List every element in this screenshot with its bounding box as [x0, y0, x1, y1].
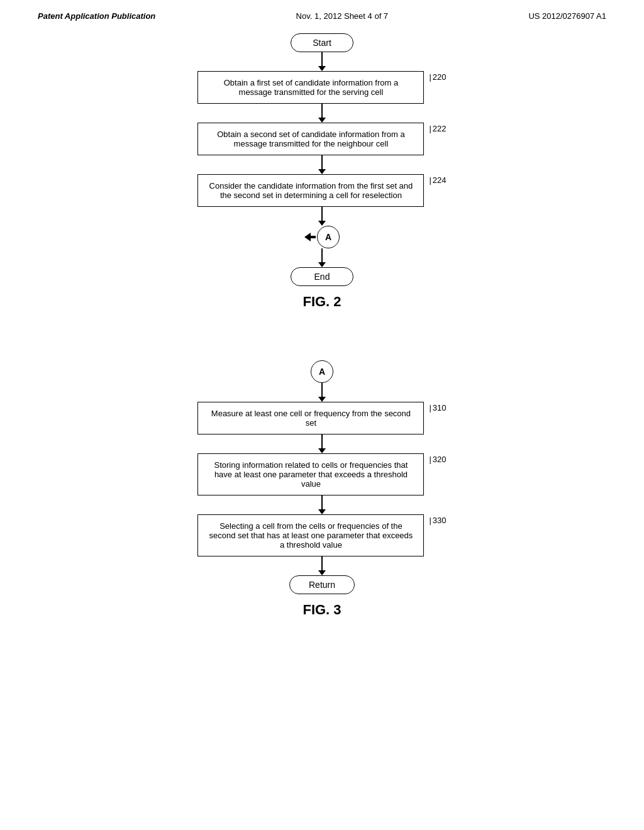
fig2-step-222-label: 222 — [429, 123, 446, 133]
svg-marker-0 — [304, 233, 316, 241]
left-arrow-indicator — [304, 233, 316, 241]
arrow-222-to-224 — [318, 155, 326, 174]
fig2-step-224-box: Consider the candidate information from … — [197, 174, 424, 207]
fig2-step-222-wrapper: Obtain a second set of candidate informa… — [197, 123, 446, 155]
arrow-220-to-222 — [318, 104, 326, 123]
fig2-flowchart: Start Obtain a first set of candidate in… — [165, 33, 479, 329]
arrow-310-to-320 — [318, 434, 326, 453]
arrow-330-to-return — [318, 556, 326, 575]
header-date-sheet: Nov. 1, 2012 Sheet 4 of 7 — [296, 11, 388, 21]
fig3-step-320-label: 320 — [429, 453, 446, 464]
fig3-step-310-wrapper: Measure at least one cell or frequency f… — [197, 402, 446, 434]
arrow-start-to-220 — [318, 52, 326, 71]
arrow-a-to-310 — [318, 383, 326, 402]
fig2-step-220-wrapper: Obtain a first set of candidate informat… — [197, 71, 446, 104]
fig3-connector-a: A — [311, 360, 333, 383]
fig2-end-terminal: End — [291, 267, 353, 286]
fig3-step-310-box: Measure at least one cell or frequency f… — [197, 402, 424, 434]
fig3-flowchart: A Measure at least one cell or frequency… — [165, 360, 479, 637]
fig2-step-224-wrapper: Consider the candidate information from … — [197, 174, 446, 207]
fig2-step-222-box: Obtain a second set of candidate informa… — [197, 123, 424, 155]
fig3-step-330-label: 330 — [429, 514, 446, 525]
fig2-connector-wrapper: A — [304, 226, 340, 248]
fig3-step-330-box: Selecting a cell from the cells or frequ… — [197, 514, 424, 556]
fig2-label: FIG. 2 — [303, 294, 341, 310]
fig3-step-310-label: 310 — [429, 402, 446, 412]
fig2-step-224-label: 224 — [429, 174, 446, 185]
fig2-start-terminal: Start — [291, 33, 353, 52]
fig2-step-220-label: 220 — [429, 71, 446, 82]
fig3-step-320-box: Storing information related to cells or … — [197, 453, 424, 495]
arrow-connector-to-end — [318, 248, 326, 267]
fig3-step-320-wrapper: Storing information related to cells or … — [197, 453, 446, 495]
header-patent-number: US 2012/0276907 A1 — [528, 11, 606, 21]
fig2-connector-a: A — [317, 226, 340, 248]
fig3-step-330-wrapper: Selecting a cell from the cells or frequ… — [197, 514, 446, 556]
fig3-label: FIG. 3 — [303, 602, 341, 618]
page-content: Start Obtain a first set of candidate in… — [0, 27, 644, 637]
page-header: Patent Application Publication Nov. 1, 2… — [0, 0, 644, 27]
fig3-return-terminal: Return — [289, 575, 355, 594]
arrow-320-to-330 — [318, 495, 326, 514]
arrow-224-to-connector — [318, 207, 326, 226]
fig2-step-220-box: Obtain a first set of candidate informat… — [197, 71, 424, 104]
header-publication-label: Patent Application Publication — [38, 11, 155, 21]
